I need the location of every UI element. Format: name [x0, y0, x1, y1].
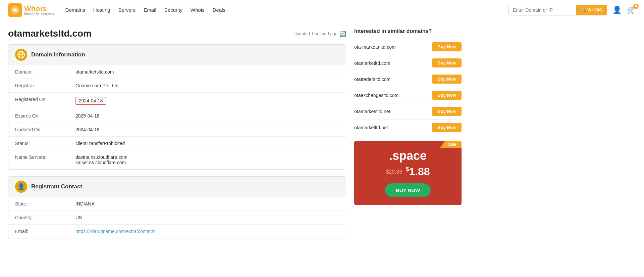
registrant-icon: 👤	[15, 181, 27, 193]
email-link[interactable]: https://rdap.gname.com/extra/contact?	[75, 229, 156, 234]
row-label: Domain:	[15, 69, 75, 75]
row-value: clientTransferProhibited	[75, 141, 125, 146]
nav-whois[interactable]: Whois	[191, 7, 205, 13]
buy-now-button[interactable]: Buy Now	[432, 75, 462, 84]
row-value: Gname.com Pte. Ltd.	[75, 83, 120, 88]
list-item: otatradersltd.com Buy Now	[354, 71, 462, 87]
table-row: Status: clientTransferProhibited	[8, 137, 346, 150]
row-value: https://rdap.gname.com/extra/contact?	[75, 229, 156, 234]
right-panel: Interested in similar domains? ota-marke…	[354, 28, 462, 245]
updated-text-row: Updated 1 second ago 🔄	[293, 31, 346, 37]
domain-title-row: otamarketsltd.com Updated 1 second ago 🔄	[8, 28, 346, 39]
search-wrapper: 🔍 WHOIS	[508, 5, 607, 15]
list-item: ota-markets-ltd.com Buy Now	[354, 39, 462, 55]
nav-links: Domains Hosting Servers Email Security W…	[65, 7, 508, 13]
nav-security[interactable]: Security	[164, 7, 182, 13]
svg-text:W: W	[13, 7, 17, 13]
nav-deals[interactable]: Deals	[213, 7, 225, 13]
registered-on-value: 2024-04-18	[75, 97, 106, 105]
row-label: State:	[15, 201, 75, 206]
domain-info-icon	[15, 49, 27, 61]
row-label: Name Servers:	[15, 154, 75, 165]
table-row: Email: https://rdap.gname.com/extra/cont…	[8, 225, 346, 238]
cart-wrapper[interactable]: 🛒 0	[627, 6, 636, 14]
buy-now-banner-button[interactable]: BUY NOW	[385, 183, 431, 197]
updated-text: Updated 1 second ago	[293, 31, 337, 36]
registrant-header: 👤 Registrant Contact	[8, 177, 346, 197]
buy-now-button[interactable]: Buy Now	[432, 58, 462, 67]
old-price: $29.88	[386, 169, 402, 175]
nav-servers[interactable]: Servers	[118, 7, 136, 13]
list-item: otamarketltd.com Buy Now	[354, 55, 462, 71]
similar-domain-name: otaexchangesltd.com	[354, 93, 398, 98]
domain-info-card: Domain Information Domain: otamarketsltd…	[8, 44, 346, 170]
similar-domains-list: ota-markets-ltd.com Buy Now otamarketltd…	[354, 39, 462, 135]
registrant-title: Registrant Contact	[31, 183, 82, 190]
sale-tag: Sale	[440, 141, 462, 148]
row-label: Registered On:	[15, 97, 75, 105]
domain-info-table: Domain: otamarketsltd.com Registrar: Gna…	[8, 65, 346, 169]
similar-domain-name: otamarketsltd.net	[354, 109, 390, 114]
row-value: US	[75, 215, 82, 220]
list-item: otaexchangesltd.com Buy Now	[354, 87, 462, 103]
search-icon: 🔍	[581, 7, 586, 12]
logo[interactable]: W Whois Identity for everyone	[8, 3, 55, 17]
similar-domain-name: otamarketltd.com	[354, 60, 390, 66]
table-row: Updated On: 2024-04-18	[8, 123, 346, 137]
row-label: Registrar:	[15, 83, 75, 88]
user-icon[interactable]: 👤	[612, 6, 622, 14]
logo-tagline: Identity for everyone	[24, 12, 55, 15]
logo-icon: W	[8, 3, 22, 17]
search-button[interactable]: 🔍 WHOIS	[576, 5, 607, 15]
row-label: Updated On:	[15, 127, 75, 132]
price-row: $29.88 $1.88	[361, 166, 455, 178]
cart-badge: 0	[633, 4, 639, 9]
registrant-table: State: INDIANA Country: US Email: https:…	[8, 197, 346, 238]
row-value: otamarketsltd.com	[75, 69, 114, 75]
table-row: Registered On: 2024-04-18	[8, 93, 346, 109]
similar-domain-name: ota-markets-ltd.com	[354, 44, 396, 50]
buy-now-button[interactable]: Buy Now	[432, 123, 462, 132]
row-value: INDIANA	[75, 201, 95, 206]
row-value: davina.ns.cloudflare.comkaiser.ns.cloudf…	[75, 154, 127, 165]
nav-domains[interactable]: Domains	[65, 7, 85, 13]
row-label: Status:	[15, 141, 75, 146]
sale-banner: Sale .space $29.88 $1.88 BUY NOW	[354, 141, 462, 205]
row-value: 2025-04-18	[75, 113, 100, 119]
buy-now-button[interactable]: Buy Now	[432, 107, 462, 116]
new-price: $1.88	[406, 166, 430, 178]
table-row: Name Servers: davina.ns.cloudflare.comka…	[8, 150, 346, 169]
nav-right: 🔍 WHOIS 👤 🛒 0	[508, 5, 636, 15]
nav-email[interactable]: Email	[144, 7, 156, 13]
similar-domain-name: otamarketltd.net	[354, 125, 388, 130]
table-row: Expires On: 2025-04-18	[8, 109, 346, 123]
space-domain: .space	[361, 149, 455, 163]
domain-info-title: Domain Information	[31, 51, 85, 58]
list-item: otamarketsltd.net Buy Now	[354, 103, 462, 120]
nav-hosting[interactable]: Hosting	[93, 7, 110, 13]
left-panel: otamarketsltd.com Updated 1 second ago 🔄…	[8, 28, 346, 245]
buy-now-button[interactable]: Buy Now	[432, 91, 462, 100]
similar-title: Interested in similar domains?	[354, 28, 462, 34]
registrant-card: 👤 Registrant Contact State: INDIANA Coun…	[8, 176, 346, 238]
similar-domain-name: otatradersltd.com	[354, 77, 390, 82]
row-label: Email:	[15, 229, 75, 234]
navbar: W Whois Identity for everyone Domains Ho…	[0, 0, 644, 20]
table-row: State: INDIANA	[8, 197, 346, 211]
main-content: otamarketsltd.com Updated 1 second ago 🔄…	[0, 20, 470, 253]
search-input[interactable]	[509, 5, 576, 15]
list-item: otamarketltd.net Buy Now	[354, 120, 462, 135]
table-row: Domain: otamarketsltd.com	[8, 65, 346, 79]
refresh-icon[interactable]: 🔄	[339, 31, 346, 37]
row-label: Expires On:	[15, 113, 75, 119]
domain-title: otamarketsltd.com	[8, 28, 92, 39]
table-row: Registrar: Gname.com Pte. Ltd.	[8, 79, 346, 93]
row-value: 2024-04-18	[75, 127, 100, 132]
row-label: Country:	[15, 215, 75, 220]
table-row: Country: US	[8, 211, 346, 225]
search-btn-label: WHOIS	[587, 7, 602, 12]
buy-now-button[interactable]: Buy Now	[432, 42, 462, 51]
domain-info-header: Domain Information	[8, 45, 346, 65]
